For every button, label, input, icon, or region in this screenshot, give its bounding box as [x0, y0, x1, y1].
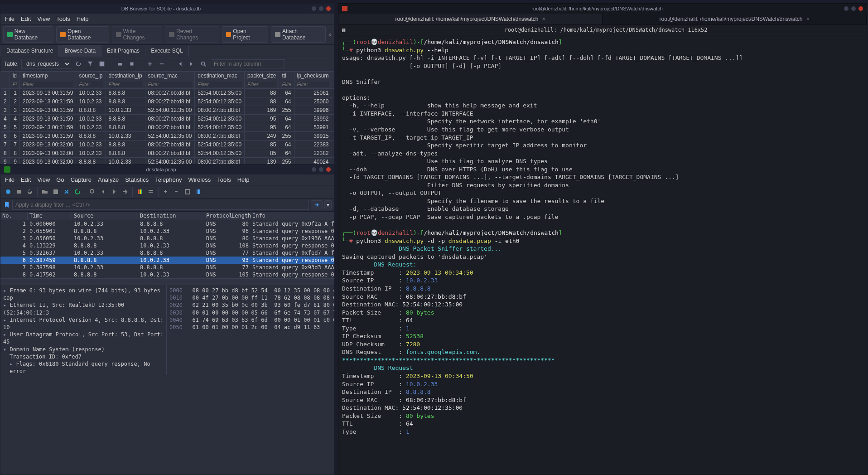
ws-packet-list[interactable]: No.TimeSourceDestinationProtocolLengthIn…	[0, 212, 334, 278]
grid-col-ttl[interactable]: ttl	[279, 72, 294, 80]
filter-source_mac[interactable]	[148, 82, 192, 87]
new-database-button[interactable]: New Database	[3, 26, 53, 43]
minimize-icon[interactable]	[312, 167, 316, 172]
pane-grid-icon[interactable]: ▦	[342, 27, 345, 33]
grid-col-packet_size[interactable]: packet_size	[245, 72, 279, 80]
copy-icon[interactable]	[127, 59, 136, 68]
tab-execute-sql[interactable]: Execute SQL	[145, 45, 189, 57]
packet-row[interactable]: 30.05605010.0.2.338.8.8.8DNS80Standard q…	[0, 235, 334, 242]
db-titlebar[interactable]: DB Browser for SQLite - dnsdata.db	[0, 4, 334, 14]
tab-browse-data[interactable]: Browse Data	[58, 45, 101, 57]
term-tab-2[interactable]: root@denizhalil: /home/kali/myproject/DN…	[603, 14, 867, 24]
horizontal-scrollbar[interactable]	[0, 278, 334, 285]
menu-statistics[interactable]: Statistics	[125, 176, 149, 183]
menu-wireless[interactable]: Wireless	[188, 176, 211, 183]
zoom-out-icon[interactable]	[172, 187, 182, 197]
packet-col[interactable]: Protocol	[204, 212, 230, 220]
grid-col-udp_ch[interactable]: udp_ch	[332, 72, 334, 80]
window-controls[interactable]	[312, 6, 331, 11]
add-row-icon[interactable]	[145, 59, 154, 68]
tree-node[interactable]: Ethernet II, Src: RealtekU_12:35:00 (52:…	[3, 301, 164, 316]
db-grid[interactable]: idtimestampsource_ipdestination_ipsource…	[0, 71, 334, 166]
table-row[interactable]: 332023-09-13 00:31:598.8.8.810.0.2.3352:…	[1, 106, 335, 115]
save-filter-icon[interactable]	[97, 59, 106, 68]
filter-packet_size[interactable]	[247, 82, 276, 87]
menu-help[interactable]: Help	[237, 176, 250, 183]
table-select[interactable]: dns_requests	[21, 59, 71, 69]
close-icon[interactable]	[326, 167, 331, 172]
ws-packet-details[interactable]: Frame 6: 93 bytes on wire (744 bits), 93…	[0, 285, 167, 375]
table-row[interactable]: 222023-09-13 00:31:5910.0.2.338.8.8.808:…	[1, 97, 335, 106]
menu-telephony[interactable]: Telephony	[155, 176, 182, 183]
next-packet-icon[interactable]	[109, 187, 119, 197]
colorize-icon[interactable]	[135, 187, 145, 197]
find-icon[interactable]	[199, 59, 208, 68]
menu-file[interactable]: File	[5, 176, 14, 183]
packet-col[interactable]: Destination	[138, 212, 204, 220]
refresh-icon[interactable]	[74, 59, 83, 68]
table-row[interactable]: 112023-09-13 00:31:5910.0.2.338.8.8.808:…	[1, 89, 335, 97]
packet-row[interactable]: 70.38759810.0.2.338.8.8.8DNS77Standard q…	[0, 264, 334, 271]
filter-id[interactable]	[13, 82, 17, 87]
tree-node[interactable]: Frame 6: 93 bytes on wire (744 bits), 93…	[3, 287, 164, 301]
minimize-icon[interactable]	[844, 6, 849, 11]
restart-capture-icon[interactable]	[25, 187, 35, 197]
filter-timestamp[interactable]	[23, 82, 73, 87]
packet-col[interactable]: No.	[0, 212, 28, 220]
auto-scroll-icon[interactable]	[146, 187, 156, 197]
term-tab-1[interactable]: root@denizhalil: /home/kali/myproject/DN…	[338, 14, 603, 24]
save-file-icon[interactable]	[51, 187, 61, 197]
filter-source_ip[interactable]	[79, 82, 102, 87]
goto-first-icon[interactable]	[175, 59, 184, 68]
tree-node[interactable]: Transaction ID: 0xfed7	[3, 353, 164, 360]
tab-close-icon[interactable]: ×	[806, 16, 809, 22]
packet-row[interactable]: 40.1332298.8.8.810.0.2.33DNS108Standard …	[0, 242, 334, 249]
table-row[interactable]: 772023-09-13 00:32:0010.0.2.338.8.8.808:…	[1, 141, 335, 149]
minimize-icon[interactable]	[312, 6, 316, 11]
grid-col-source_mac[interactable]: source_mac	[145, 72, 195, 80]
menu-view[interactable]: View	[37, 15, 50, 22]
grid-col-id[interactable]: id	[10, 72, 19, 80]
maximize-icon[interactable]	[319, 167, 323, 172]
overflow-icon[interactable]: »	[328, 31, 332, 38]
ws-menubar[interactable]: FileEditViewGoCaptureAnalyzeStatisticsTe…	[0, 174, 334, 185]
close-icon[interactable]	[326, 6, 331, 11]
packet-col[interactable]: Info	[251, 212, 334, 220]
filter-destination_mac[interactable]	[198, 82, 241, 87]
open-database-button[interactable]: Open Database	[56, 26, 109, 43]
reload-icon[interactable]	[72, 187, 82, 197]
menu-capture[interactable]: Capture	[71, 176, 92, 183]
menu-view[interactable]: View	[37, 176, 50, 183]
filter-ip_checksum[interactable]	[297, 82, 329, 87]
packet-col[interactable]: Length	[230, 212, 251, 220]
packet-row[interactable]: 50.32263710.0.2.338.8.8.8DNS77Standard q…	[0, 249, 334, 257]
attach-database-button[interactable]: Attach Database	[271, 26, 326, 43]
zoom-reset-icon[interactable]	[183, 187, 193, 197]
table-row[interactable]: 662023-09-13 00:31:598.8.8.810.0.2.3352:…	[1, 132, 335, 141]
packet-col[interactable]: Source	[72, 212, 138, 220]
filter-destination_ip[interactable]	[109, 82, 142, 87]
ws-hex-view[interactable]: 0000 08 00 27 bb d8 bf 52 54 00 12 35 00…	[167, 285, 334, 375]
menu-edit[interactable]: Edit	[21, 15, 31, 22]
packet-row[interactable]: 20.0559018.8.8.810.0.2.33DNS96Standard q…	[0, 228, 334, 235]
tree-node[interactable]: User Datagram Protocol, Src Port: 53, Ds…	[3, 331, 164, 345]
packet-row[interactable]: 10.00000010.0.2.338.8.8.8DNS80Standard q…	[0, 220, 334, 228]
grid-col-destination_mac[interactable]: destination_mac	[195, 72, 245, 80]
apply-filter-button[interactable]	[311, 200, 323, 209]
menu-tools[interactable]: Tools	[56, 15, 70, 22]
bookmark-icon[interactable]	[3, 201, 10, 208]
ws-titlebar[interactable]: dnsdata.pcap	[0, 165, 334, 174]
close-icon[interactable]	[858, 6, 863, 11]
menu-file[interactable]: File	[5, 15, 14, 22]
packet-col[interactable]: Time	[28, 212, 72, 220]
table-row[interactable]: 552023-09-13 00:31:5910.0.2.338.8.8.808:…	[1, 123, 335, 132]
tree-node[interactable]: Questions: 1	[3, 375, 164, 375]
menu-edit[interactable]: Edit	[21, 176, 31, 183]
open-project-button[interactable]: Open Project	[222, 26, 269, 43]
filter-ttl[interactable]	[282, 82, 291, 87]
prev-packet-icon[interactable]	[98, 187, 108, 197]
menu-help[interactable]: Help	[77, 15, 89, 22]
packet-row[interactable]: 60.3874598.8.8.810.0.2.33DNS93Standard q…	[0, 257, 334, 264]
goto-last-icon[interactable]	[187, 59, 196, 68]
tab-edit-pragmas[interactable]: Edit Pragmas	[101, 45, 145, 57]
